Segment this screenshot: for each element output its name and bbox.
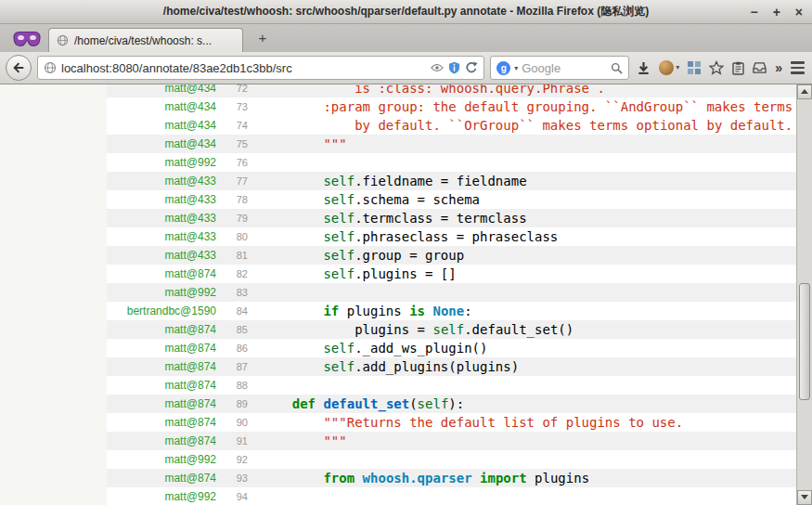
annotator-link[interactable]: matt@874 xyxy=(107,265,226,283)
maximize-button[interactable]: + xyxy=(773,6,780,19)
line-number-link[interactable]: 82 xyxy=(226,265,253,283)
site-identity-icon[interactable] xyxy=(44,61,57,74)
line-number-link[interactable]: 78 xyxy=(226,190,253,209)
line-number-link[interactable]: 87 xyxy=(226,357,253,376)
url-text[interactable]: localhost:8080/annotate/83ae2db1c3bb/src xyxy=(61,61,426,75)
line-number-link[interactable]: 92 xyxy=(226,450,253,469)
code-line xyxy=(253,376,796,395)
titlebar[interactable]: /home/civa/test/whoosh: src/whoosh/qpars… xyxy=(0,0,812,24)
annotator-link[interactable]: matt@874 xyxy=(107,432,226,450)
annotate-row: matt@874 93 from whoosh.qparser import p… xyxy=(107,469,796,487)
annotator-link[interactable]: matt@433 xyxy=(107,246,226,265)
annotator-link[interactable]: matt@874 xyxy=(107,376,226,395)
line-number-link[interactable]: 90 xyxy=(226,413,253,432)
annotate-row: matt@433 79 self.termclass = termclass xyxy=(107,209,796,227)
annotator-link[interactable]: matt@992 xyxy=(107,283,226,302)
up-arrow-icon xyxy=(801,89,808,94)
annotate-row: matt@433 80 self.phraseclass = phrasecla… xyxy=(107,227,796,246)
annotator-link[interactable]: matt@434 xyxy=(107,116,226,135)
annotate-table: matt@434 72 is :class:`whoosh.query.Phra… xyxy=(107,84,796,505)
star-icon xyxy=(709,60,724,75)
search-bar[interactable]: g ▾ Google xyxy=(490,56,629,80)
reading-list-button[interactable] xyxy=(732,61,744,75)
line-number-link[interactable]: 86 xyxy=(226,339,253,357)
annotator-link[interactable]: matt@874 xyxy=(107,413,226,432)
scrollbar-thumb[interactable] xyxy=(799,283,810,400)
annotator-link[interactable]: matt@434 xyxy=(107,135,226,153)
search-icon[interactable] xyxy=(611,62,623,74)
annotator-link[interactable]: matt@433 xyxy=(107,172,226,190)
tab-current[interactable]: /home/civa/test/whoosh: s... xyxy=(48,28,243,52)
annotator-link[interactable]: matt@434 xyxy=(107,97,226,116)
line-number-link[interactable]: 83 xyxy=(226,283,253,302)
code-line xyxy=(253,153,796,172)
line-number-link[interactable]: 79 xyxy=(226,209,253,227)
code-line: :param group: the default grouping. ``An… xyxy=(253,97,796,116)
annotate-row: matt@992 94 xyxy=(107,487,796,505)
vertical-scrollbar[interactable] xyxy=(796,84,812,505)
annotator-link[interactable]: matt@874 xyxy=(107,395,226,413)
line-number-link[interactable]: 80 xyxy=(226,227,253,246)
code-line: is :class:`whoosh.query.Phrase`. xyxy=(253,84,796,97)
tab-bar: /home/civa/test/whoosh: s... + xyxy=(0,24,812,52)
hamburger-icon xyxy=(791,61,805,64)
page-action-shield-icon[interactable] xyxy=(448,61,460,74)
line-number-link[interactable]: 88 xyxy=(226,376,253,395)
annotator-link[interactable]: matt@874 xyxy=(107,339,226,357)
line-number-link[interactable]: 76 xyxy=(226,153,253,172)
library-button[interactable] xyxy=(753,61,767,74)
line-number-link[interactable]: 85 xyxy=(226,320,253,339)
annotator-link[interactable]: matt@433 xyxy=(107,209,226,227)
annotator-link[interactable]: matt@433 xyxy=(107,190,226,209)
annotator-link[interactable]: matt@434 xyxy=(107,84,226,97)
line-number-link[interactable]: 93 xyxy=(226,469,253,487)
code-line: plugins = self.default_set() xyxy=(253,320,796,339)
line-number-link[interactable]: 94 xyxy=(226,487,253,505)
annotator-link[interactable]: matt@992 xyxy=(107,487,226,505)
tile-tabs-button[interactable] xyxy=(688,61,701,74)
download-button[interactable] xyxy=(637,61,651,75)
line-number-link[interactable]: 84 xyxy=(226,302,253,320)
scrollbar-up-button[interactable] xyxy=(797,84,812,99)
annotate-row: matt@433 78 self.schema = schema xyxy=(107,190,796,209)
line-number-link[interactable]: 81 xyxy=(226,246,253,265)
annotator-link[interactable]: matt@433 xyxy=(107,227,226,246)
library-icon xyxy=(753,61,767,74)
back-button[interactable] xyxy=(6,55,32,81)
search-engine-icon[interactable]: g xyxy=(496,61,510,75)
addon-button[interactable]: ▾ xyxy=(659,60,679,75)
search-input[interactable]: Google xyxy=(522,61,607,75)
line-number-link[interactable]: 77 xyxy=(226,172,253,190)
annotator-link[interactable]: matt@874 xyxy=(107,357,226,376)
line-number-link[interactable]: 74 xyxy=(226,116,253,135)
annotator-link[interactable]: matt@992 xyxy=(107,153,226,172)
annotator-link[interactable]: matt@992 xyxy=(107,450,226,469)
minimize-button[interactable]: − xyxy=(750,6,757,19)
annotator-link[interactable]: matt@874 xyxy=(107,320,226,339)
down-arrow-icon xyxy=(801,495,808,499)
url-bar[interactable]: localhost:8080/annotate/83ae2db1c3bb/src xyxy=(37,56,484,80)
code-line: self.termclass = termclass xyxy=(253,209,796,227)
line-number-link[interactable]: 73 xyxy=(226,97,253,116)
annotate-row: matt@874 85 plugins = self.default_set() xyxy=(107,320,796,339)
search-engine-caret-icon[interactable]: ▾ xyxy=(514,64,518,72)
line-number-link[interactable]: 72 xyxy=(226,84,253,97)
overflow-chevron-button[interactable]: » xyxy=(775,61,782,74)
line-number-link[interactable]: 91 xyxy=(226,432,253,450)
line-number-link[interactable]: 89 xyxy=(226,395,253,413)
annotator-link[interactable]: bertrandbc@1590 xyxy=(107,302,226,320)
page-content: matt@434 72 is :class:`whoosh.query.Phra… xyxy=(0,84,812,505)
close-button[interactable]: × xyxy=(795,6,803,19)
new-tab-button[interactable]: + xyxy=(249,29,277,48)
scrollbar-down-button[interactable] xyxy=(797,490,812,505)
annotate-row: matt@434 73 :param group: the default gr… xyxy=(107,97,796,116)
annotator-link[interactable]: matt@874 xyxy=(107,469,226,487)
menu-button[interactable] xyxy=(791,61,805,74)
bookmark-star-button[interactable] xyxy=(709,60,724,75)
grid-icon xyxy=(688,61,701,74)
page-action-eye-icon[interactable] xyxy=(431,63,444,72)
annotate-row: matt@874 88 xyxy=(107,376,796,395)
annotate-row: matt@874 86 self._add_ws_plugin() xyxy=(107,339,796,357)
line-number-link[interactable]: 75 xyxy=(226,135,253,153)
reload-button[interactable] xyxy=(465,61,478,74)
